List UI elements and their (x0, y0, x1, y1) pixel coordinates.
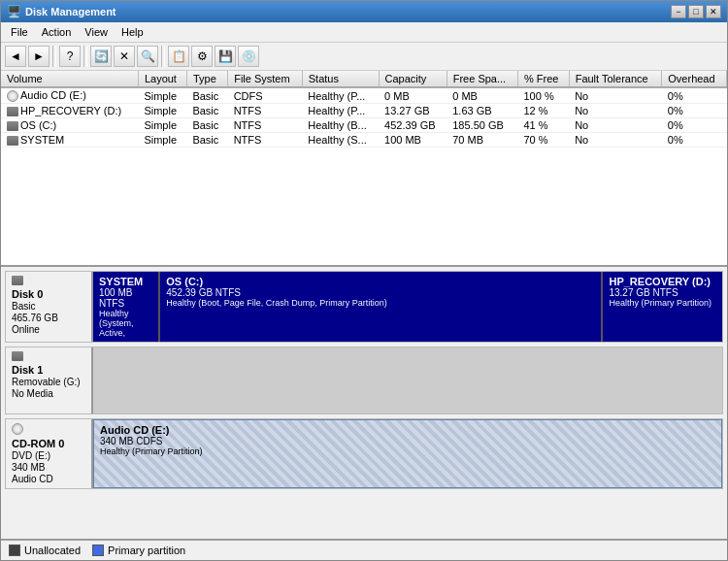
toolbar-sep-3 (161, 46, 165, 67)
cell-capacity: 13.27 GB (379, 104, 447, 118)
cell-type: Basic (186, 118, 227, 133)
cell-faulttolerance: No (569, 118, 662, 133)
cell-overhead: 0% (662, 118, 727, 133)
partition-0-1[interactable]: OS (C:) 452.39 GB NTFS Healthy (Boot, Pa… (160, 272, 603, 342)
table-row[interactable]: HP_RECOVERY (D:) Simple Basic NTFS Healt… (1, 104, 727, 118)
col-volume[interactable]: Volume (1, 71, 138, 87)
table-row[interactable]: OS (C:) Simple Basic NTFS Healthy (B... … (1, 118, 727, 133)
cell-overhead: 0% (662, 104, 727, 118)
col-percentfree[interactable]: % Free (518, 71, 570, 87)
partition-name-0-0: SYSTEM (99, 276, 152, 287)
title-buttons: − □ ✕ (671, 5, 721, 18)
partition-detail2-0-2: Healthy (Primary Partition) (609, 298, 716, 308)
cell-filesystem: NTFS (228, 104, 303, 118)
partition-name-2-0: Audio CD (E:) (100, 424, 715, 436)
maximize-button[interactable]: □ (688, 5, 704, 18)
cell-capacity: 100 MB (379, 133, 447, 148)
cell-capacity: 0 MB (379, 87, 447, 104)
cd-icon (7, 90, 18, 102)
forward-button[interactable]: ► (28, 46, 50, 67)
cell-freespace: 185.50 GB (447, 118, 517, 133)
disk-label-2: CD-ROM 0 DVD (E:)340 MBAudio CD (6, 419, 93, 488)
legend-unalloc-label: Unallocated (24, 544, 81, 556)
cell-freespace: 1.63 GB (447, 104, 517, 118)
disk-hdd-icon (12, 351, 23, 361)
cell-percentfree: 41 % (518, 118, 570, 133)
toolbar-sep-1 (52, 46, 56, 67)
col-type[interactable]: Type (186, 71, 227, 87)
col-filesystem[interactable]: File System (228, 71, 303, 87)
cell-volume: Audio CD (E:) (1, 87, 138, 104)
disk-type-0: Basic (12, 301, 85, 312)
disk-management-window: 🖥️ Disk Management − □ ✕ File Action Vie… (0, 0, 728, 561)
partition-0-0[interactable]: SYSTEM 100 MB NTFS Healthy (System, Acti… (93, 272, 160, 342)
close-button[interactable]: ✕ (706, 5, 721, 18)
cell-overhead: 0% (662, 133, 727, 148)
disk-status-1: No Media (12, 388, 85, 399)
disk-name-0: Disk 0 (12, 288, 85, 300)
refresh-button[interactable]: 🔄 (90, 46, 112, 67)
cancel-button[interactable]: ✕ (114, 46, 135, 67)
disk-row: Disk 1 Removable (G:)No Media (5, 346, 723, 414)
cell-filesystem: CDFS (228, 87, 303, 104)
col-layout[interactable]: Layout (138, 71, 186, 87)
menu-help[interactable]: Help (116, 24, 149, 40)
rescan-button[interactable]: 🔍 (137, 46, 158, 67)
menu-action[interactable]: Action (36, 24, 78, 40)
col-capacity[interactable]: Capacity (379, 71, 447, 87)
disk-size-2: 340 MB (12, 462, 85, 473)
col-overhead[interactable]: Overhead (662, 71, 727, 87)
disk-row: Disk 0 Basic465.76 GBOnline SYSTEM 100 M… (5, 271, 723, 343)
menu-file[interactable]: File (5, 24, 34, 40)
disk-icon (7, 121, 18, 131)
disk-cd-icon (12, 423, 23, 435)
partition-detail1-0-2: 13.27 GB NTFS (609, 287, 716, 298)
partition-detail1-2-0: 340 MB CDFS (100, 436, 715, 446)
disk-size-0: 465.76 GB (12, 313, 85, 323)
title-bar: 🖥️ Disk Management − □ ✕ (1, 1, 727, 22)
partition-detail1-0-0: 100 MB NTFS (99, 287, 152, 309)
disk-icon (7, 107, 18, 116)
col-faulttolerance[interactable]: Fault Tolerance (569, 71, 662, 87)
disk-partitions-0: SYSTEM 100 MB NTFS Healthy (System, Acti… (93, 272, 722, 342)
col-status[interactable]: Status (302, 71, 379, 87)
back-button[interactable]: ◄ (5, 46, 26, 67)
col-freespace[interactable]: Free Spa... (447, 71, 517, 87)
window-title: Disk Management (25, 6, 116, 17)
disk-status-0: Online (12, 324, 85, 335)
minimize-button[interactable]: − (671, 5, 686, 18)
cell-type: Basic (186, 104, 227, 118)
partition-detail2-0-0: Healthy (System, Active, (99, 309, 152, 338)
cell-freespace: 0 MB (447, 87, 517, 104)
legend-primary-box (92, 544, 104, 556)
partition-detail1-0-1: 452.39 GB NTFS (166, 287, 595, 298)
disk-panel: Disk 0 Basic465.76 GBOnline SYSTEM 100 M… (1, 267, 727, 539)
disk-icon-btn[interactable]: 💾 (215, 46, 236, 67)
legend-primary-label: Primary partition (108, 544, 185, 556)
legend-unallocated: Unallocated (9, 544, 81, 556)
disk-partitions-1 (93, 347, 722, 413)
help-button[interactable]: ? (59, 46, 81, 67)
disk-row: CD-ROM 0 DVD (E:)340 MBAudio CD Audio CD… (5, 418, 723, 489)
cell-type: Basic (186, 133, 227, 148)
settings-button[interactable]: ⚙ (191, 46, 213, 67)
cell-volume: OS (C:) (1, 118, 138, 133)
cell-volume: HP_RECOVERY (D:) (1, 104, 138, 118)
table-row[interactable]: SYSTEM Simple Basic NTFS Healthy (S... 1… (1, 133, 727, 148)
partition-name-0-1: OS (C:) (166, 276, 595, 287)
partition-0-2[interactable]: HP_RECOVERY (D:) 13.27 GB NTFS Healthy (… (603, 272, 722, 342)
cell-layout: Simple (138, 133, 186, 148)
menu-view[interactable]: View (79, 24, 114, 40)
disk-icon (7, 136, 18, 146)
disk-partitions-2: Audio CD (E:) 340 MB CDFS Healthy (Prima… (93, 419, 722, 488)
cell-faulttolerance: No (569, 87, 662, 104)
save-button[interactable]: 💿 (238, 46, 259, 67)
no-media (93, 347, 722, 413)
table-row[interactable]: Audio CD (E:) Simple Basic CDFS Healthy … (1, 87, 727, 104)
cell-type: Basic (186, 87, 227, 104)
partition-2-0[interactable]: Audio CD (E:) 340 MB CDFS Healthy (Prima… (93, 419, 722, 488)
disk-name-1: Disk 1 (12, 364, 85, 376)
disk-status-2: Audio CD (12, 474, 85, 484)
legend-bar: Unallocated Primary partition (1, 539, 727, 560)
properties-button[interactable]: 📋 (168, 46, 189, 67)
